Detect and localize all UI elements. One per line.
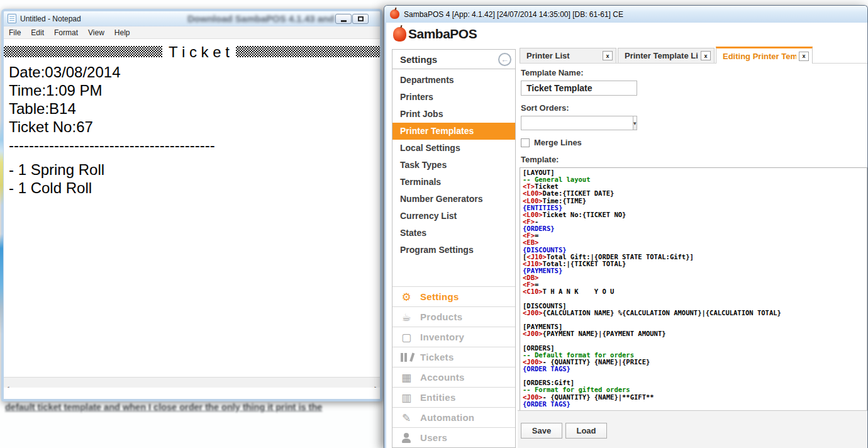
code-line: <J00>- {QUANTITY} {NAME}|**GIFT** [523,394,867,401]
nav-item-accounts[interactable]: ▦Accounts [392,367,515,387]
dither-pattern-left [4,46,162,57]
ticket-line: Time:1:09 PM [9,81,380,99]
sort-orders-label: Sort Orders: [521,103,867,113]
notepad-window-title: Untitled - Notepad [20,14,81,23]
ticket-line: Date:03/08/2014 [9,63,380,81]
tab-close-button[interactable]: x [701,51,711,60]
notepad-titlebar[interactable]: Download SambaPOS 4.1.43 and ins Untitle… [4,11,380,26]
code-line: <J00>{PAYMENT NAME}|{PAYMENT AMOUNT} [523,330,867,337]
person-icon [398,433,415,443]
tab-printer-list[interactable]: Printer Listx [520,48,616,63]
sambapos-logo: SambaPOS [393,26,477,42]
sidebar-item-print-jobs[interactable]: Print Jobs [392,106,515,123]
sambapos-window-title: SambaPOS 4 [App: 4.1.42] [24/07/2014 14:… [404,10,623,19]
blank-line [9,154,380,160]
menu-file[interactable]: File [4,28,26,37]
tab-editing-printer-temp[interactable]: Editing Printer Tempx [716,47,813,64]
pencil-icon: ✎ [398,412,415,424]
code-line: <DB> [523,274,867,281]
code-line: <J00>{CALCULATION NAME} %{CALCULATION AM… [523,310,867,316]
sambapos-logo-text: SambaPOS [408,26,477,42]
template-editor: Template Name: Sort Orders: Merge Lines … [521,68,867,410]
ticket-header-line: T i c k e t [4,40,380,63]
merge-lines-label: Merge Lines [534,138,582,147]
tab-label: Printer Template List [625,51,698,60]
sidebar-item-terminals[interactable]: Terminals [392,174,515,191]
code-line: <L00>Ticket No:{TICKET NO} [523,211,867,218]
nav-item-entities[interactable]: ▥Entities [392,387,515,407]
calculator-icon: ▦ [398,371,415,384]
sort-orders-combobox[interactable] [521,116,579,130]
load-button[interactable]: Load [565,423,607,439]
code-line: -- General layout [523,176,867,183]
code-line: <J10>Total:|{TICKET TOTAL} [523,260,867,267]
notepad-text-area[interactable]: T i c k e t Date:03/08/2014Time:1:09 PMT… [4,39,380,388]
sambapos-body: SambaPOS Settings DepartmentsPrintersPri… [386,23,867,448]
code-line: {ORDER TAGS} [523,401,867,408]
nav-item-inventory[interactable]: ▢Inventory [392,327,515,347]
screen: default ticket template and when I close… [0,0,868,448]
template-code-textarea[interactable]: [LAYOUT]-- General layout<T>Ticket<L00>D… [520,167,867,419]
horizontal-scrollbar[interactable] [4,377,380,388]
template-name-input[interactable] [521,81,637,96]
sidebar-item-currency-list[interactable]: Currency List [392,208,515,225]
sort-orders-input[interactable] [521,116,633,130]
sambapos-window: SambaPOS 4 [App: 4.1.42] [24/07/2014 14:… [384,5,868,448]
ticket-order-line: - 1 Cold Roll [9,179,380,197]
tab-close-button[interactable]: x [799,52,809,61]
sidebar-item-states[interactable]: States [392,225,515,242]
code-line: {ORDER TAGS} [523,366,867,372]
background-blurred-text: default ticket template and when I close… [5,402,322,412]
sidebar-item-printers[interactable]: Printers [392,89,515,106]
nav-item-tickets[interactable]: Tickets [392,347,515,367]
nav-item-automation[interactable]: ✎Automation [392,407,515,427]
sidebar-item-local-settings[interactable]: Local Settings [392,140,515,157]
nav-item-settings[interactable]: ⚙Settings [392,286,515,306]
code-line: <C10>T H A N K Y O U [523,288,867,295]
minimize-button[interactable] [335,14,352,24]
background-color-sliver [0,120,3,406]
restore-button[interactable] [352,14,369,24]
notepad-menubar: FileEditFormatViewHelp [4,26,380,39]
books-icon [398,352,415,362]
menu-help[interactable]: Help [109,28,135,37]
tab-printer-template-list[interactable]: Printer Template Listx [618,48,715,63]
sidebar-item-task-types[interactable]: Task Types [392,157,515,174]
save-button[interactable]: Save [521,423,562,439]
ticket-order-line: - 1 Spring Roll [9,160,380,179]
notepad-window: Download SambaPOS 4.1.43 and ins Untitle… [1,9,382,401]
background-blurred-browser-title: Download SambaPOS 4.1.43 and ins [187,13,350,24]
sambapos-app-icon [390,9,399,19]
nav-label: Settings [420,291,459,302]
sidebar-item-program-settings[interactable]: Program Settings [392,242,515,259]
bottom-nav: ⚙Settings☕Products▢InventoryTickets▦Acco… [392,286,515,447]
notepad-icon [8,14,16,23]
nav-label: Products [420,311,462,322]
code-line [523,296,867,303]
nav-label: Users [420,432,447,443]
merge-lines-checkbox[interactable] [521,138,530,147]
nav-item-users[interactable]: Users [392,427,515,447]
sidebar-item-printer-templates[interactable]: Printer Templates [392,123,515,140]
menu-edit[interactable]: Edit [26,28,49,37]
menu-view[interactable]: View [83,28,109,37]
code-line [523,316,867,323]
sambapos-titlebar[interactable]: SambaPOS 4 [App: 4.1.42] [24/07/2014 14:… [384,6,867,23]
tab-close-button[interactable]: x [603,51,613,60]
main-area: Printer ListxPrinter Template ListxEditi… [518,23,867,448]
chevron-down-icon[interactable] [633,116,637,130]
ticket-line: Ticket No:67 [9,118,380,136]
ticket-separator: ----------------------------------------… [9,136,380,154]
code-line: <F>- [523,218,867,225]
sidebar-item-number-generators[interactable]: Number Generators [392,191,515,208]
sidebar-header-title: Settings [400,54,498,65]
nav-item-products[interactable]: ☕Products [392,306,515,327]
notepad-window-controls [335,14,369,24]
minimize-icon [341,20,347,22]
dither-pattern-right [236,46,380,57]
code-line: <F>= [523,232,867,239]
sidebar-item-departments[interactable]: Departments [392,72,515,89]
back-arrow-icon[interactable] [498,53,511,66]
menu-format[interactable]: Format [49,28,83,37]
tab-bar: Printer ListxPrinter Template ListxEditi… [520,47,867,64]
